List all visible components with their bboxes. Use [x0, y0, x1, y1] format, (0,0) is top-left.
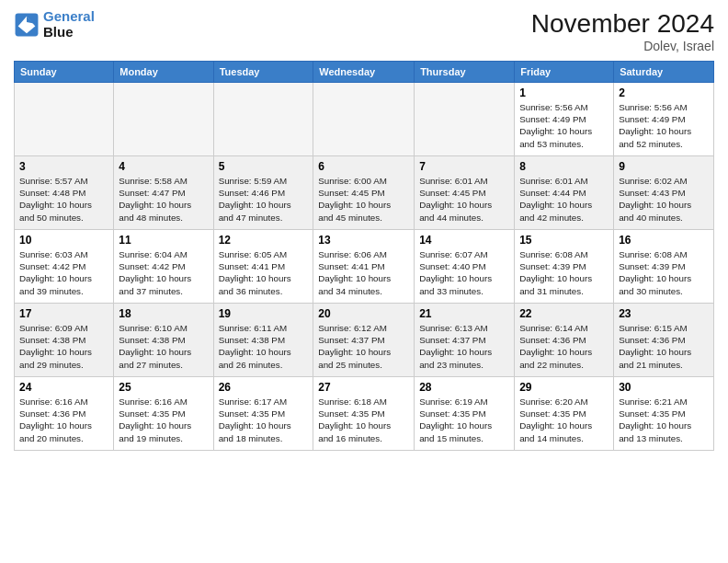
logo-text2: Blue: [43, 24, 74, 40]
calendar-week-row: 3Sunrise: 5:57 AM Sunset: 4:48 PM Daylig…: [15, 156, 714, 230]
day-number: 27: [318, 381, 409, 394]
day-info: Sunrise: 5:58 AM Sunset: 4:47 PM Dayligh…: [119, 175, 208, 224]
day-number: 9: [619, 160, 709, 173]
title-area: November 2024 Dolev, Israel: [531, 9, 714, 53]
calendar-day-cell: 3Sunrise: 5:57 AM Sunset: 4:48 PM Daylig…: [15, 156, 114, 230]
calendar-week-row: 17Sunrise: 6:09 AM Sunset: 4:38 PM Dayli…: [15, 304, 714, 377]
day-number: 8: [519, 160, 609, 173]
calendar-day-cell: [213, 83, 313, 156]
calendar-day-cell: 5Sunrise: 5:59 AM Sunset: 4:46 PM Daylig…: [213, 156, 313, 230]
calendar-day-cell: 22Sunrise: 6:14 AM Sunset: 4:36 PM Dayli…: [515, 304, 614, 377]
day-info: Sunrise: 6:14 AM Sunset: 4:36 PM Dayligh…: [519, 322, 609, 371]
calendar-day-cell: 4Sunrise: 5:58 AM Sunset: 4:47 PM Daylig…: [114, 156, 213, 230]
calendar-day-cell: 23Sunrise: 6:15 AM Sunset: 4:36 PM Dayli…: [614, 304, 714, 377]
calendar-day-cell: 8Sunrise: 6:01 AM Sunset: 4:44 PM Daylig…: [515, 156, 614, 230]
calendar-day-cell: 10Sunrise: 6:03 AM Sunset: 4:42 PM Dayli…: [15, 230, 114, 304]
calendar-day-cell: 28Sunrise: 6:19 AM Sunset: 4:35 PM Dayli…: [415, 377, 515, 451]
calendar-day-cell: 16Sunrise: 6:08 AM Sunset: 4:39 PM Dayli…: [614, 230, 714, 304]
logo: General Blue: [14, 9, 95, 40]
calendar-week-row: 24Sunrise: 6:16 AM Sunset: 4:36 PM Dayli…: [15, 377, 714, 451]
calendar-day-cell: 24Sunrise: 6:16 AM Sunset: 4:36 PM Dayli…: [15, 377, 114, 451]
day-number: 6: [318, 160, 409, 173]
day-info: Sunrise: 6:16 AM Sunset: 4:35 PM Dayligh…: [119, 396, 208, 444]
calendar-day-cell: 18Sunrise: 6:10 AM Sunset: 4:38 PM Dayli…: [114, 304, 213, 377]
day-number: 4: [119, 160, 208, 173]
month-title: November 2024: [531, 9, 714, 39]
day-info: Sunrise: 6:21 AM Sunset: 4:35 PM Dayligh…: [619, 396, 709, 444]
calendar-day-cell: 27Sunrise: 6:18 AM Sunset: 4:35 PM Dayli…: [313, 377, 415, 451]
day-info: Sunrise: 6:05 AM Sunset: 4:41 PM Dayligh…: [219, 248, 309, 297]
calendar-day-cell: 29Sunrise: 6:20 AM Sunset: 4:35 PM Dayli…: [515, 377, 614, 451]
day-info: Sunrise: 6:19 AM Sunset: 4:35 PM Dayligh…: [419, 396, 509, 444]
day-number: 5: [219, 160, 309, 173]
day-info: Sunrise: 5:56 AM Sunset: 4:49 PM Dayligh…: [519, 101, 609, 150]
day-number: 2: [619, 86, 709, 99]
day-info: Sunrise: 5:59 AM Sunset: 4:46 PM Dayligh…: [219, 175, 309, 224]
day-number: 19: [219, 307, 309, 320]
day-info: Sunrise: 6:03 AM Sunset: 4:42 PM Dayligh…: [19, 248, 108, 297]
day-info: Sunrise: 6:20 AM Sunset: 4:35 PM Dayligh…: [519, 396, 609, 444]
day-number: 12: [219, 234, 309, 247]
calendar-day-cell: 21Sunrise: 6:13 AM Sunset: 4:37 PM Dayli…: [415, 304, 515, 377]
day-number: 20: [318, 307, 409, 320]
day-number: 18: [119, 307, 208, 320]
day-info: Sunrise: 6:02 AM Sunset: 4:43 PM Dayligh…: [619, 175, 709, 224]
calendar-day-cell: [114, 83, 213, 156]
day-number: 23: [619, 307, 709, 320]
weekday-header: Monday: [114, 62, 213, 83]
day-number: 28: [419, 381, 509, 394]
calendar-day-cell: 30Sunrise: 6:21 AM Sunset: 4:35 PM Dayli…: [614, 377, 714, 451]
calendar-day-cell: 25Sunrise: 6:16 AM Sunset: 4:35 PM Dayli…: [114, 377, 213, 451]
day-info: Sunrise: 6:09 AM Sunset: 4:38 PM Dayligh…: [19, 322, 108, 371]
calendar-week-row: 10Sunrise: 6:03 AM Sunset: 4:42 PM Dayli…: [15, 230, 714, 304]
header-row: SundayMondayTuesdayWednesdayThursdayFrid…: [15, 62, 714, 83]
day-number: 21: [419, 307, 509, 320]
calendar-day-cell: 14Sunrise: 6:07 AM Sunset: 4:40 PM Dayli…: [415, 230, 515, 304]
logo-text1: General: [43, 8, 95, 24]
logo-icon: [14, 12, 40, 38]
day-number: 11: [119, 234, 208, 247]
day-info: Sunrise: 5:57 AM Sunset: 4:48 PM Dayligh…: [19, 175, 108, 224]
calendar-day-cell: 7Sunrise: 6:01 AM Sunset: 4:45 PM Daylig…: [415, 156, 515, 230]
calendar-day-cell: 9Sunrise: 6:02 AM Sunset: 4:43 PM Daylig…: [614, 156, 714, 230]
weekday-header: Saturday: [614, 62, 714, 83]
weekday-header: Tuesday: [213, 62, 313, 83]
day-number: 30: [619, 381, 709, 394]
day-info: Sunrise: 6:13 AM Sunset: 4:37 PM Dayligh…: [419, 322, 509, 371]
day-info: Sunrise: 6:08 AM Sunset: 4:39 PM Dayligh…: [619, 248, 709, 297]
calendar-day-cell: [15, 83, 114, 156]
calendar-day-cell: 1Sunrise: 5:56 AM Sunset: 4:49 PM Daylig…: [515, 83, 614, 156]
calendar-day-cell: 20Sunrise: 6:12 AM Sunset: 4:37 PM Dayli…: [313, 304, 415, 377]
day-info: Sunrise: 6:15 AM Sunset: 4:36 PM Dayligh…: [619, 322, 709, 371]
day-number: 13: [318, 234, 409, 247]
calendar-day-cell: 17Sunrise: 6:09 AM Sunset: 4:38 PM Dayli…: [15, 304, 114, 377]
calendar-week-row: 1Sunrise: 5:56 AM Sunset: 4:49 PM Daylig…: [15, 83, 714, 156]
day-number: 22: [519, 307, 609, 320]
day-info: Sunrise: 6:07 AM Sunset: 4:40 PM Dayligh…: [419, 248, 509, 297]
calendar-day-cell: 26Sunrise: 6:17 AM Sunset: 4:35 PM Dayli…: [213, 377, 313, 451]
calendar-day-cell: 11Sunrise: 6:04 AM Sunset: 4:42 PM Dayli…: [114, 230, 213, 304]
weekday-header: Friday: [515, 62, 614, 83]
calendar-table: SundayMondayTuesdayWednesdayThursdayFrid…: [14, 61, 714, 451]
calendar-day-cell: [313, 83, 415, 156]
weekday-header: Wednesday: [313, 62, 415, 83]
day-number: 14: [419, 234, 509, 247]
calendar-day-cell: 13Sunrise: 6:06 AM Sunset: 4:41 PM Dayli…: [313, 230, 415, 304]
header: General Blue November 2024 Dolev, Israel: [14, 9, 714, 53]
day-info: Sunrise: 6:08 AM Sunset: 4:39 PM Dayligh…: [519, 248, 609, 297]
calendar-day-cell: 15Sunrise: 6:08 AM Sunset: 4:39 PM Dayli…: [515, 230, 614, 304]
calendar-day-cell: 6Sunrise: 6:00 AM Sunset: 4:45 PM Daylig…: [313, 156, 415, 230]
day-number: 17: [19, 307, 108, 320]
weekday-header: Thursday: [415, 62, 515, 83]
weekday-header: Sunday: [15, 62, 114, 83]
day-number: 15: [519, 234, 609, 247]
logo-text: General Blue: [43, 9, 95, 40]
day-info: Sunrise: 6:00 AM Sunset: 4:45 PM Dayligh…: [318, 175, 409, 224]
day-info: Sunrise: 6:10 AM Sunset: 4:38 PM Dayligh…: [119, 322, 208, 371]
day-info: Sunrise: 6:06 AM Sunset: 4:41 PM Dayligh…: [318, 248, 409, 297]
day-number: 29: [519, 381, 609, 394]
calendar-day-cell: 19Sunrise: 6:11 AM Sunset: 4:38 PM Dayli…: [213, 304, 313, 377]
day-number: 24: [19, 381, 108, 394]
day-info: Sunrise: 5:56 AM Sunset: 4:49 PM Dayligh…: [619, 101, 709, 150]
day-number: 1: [519, 86, 609, 99]
